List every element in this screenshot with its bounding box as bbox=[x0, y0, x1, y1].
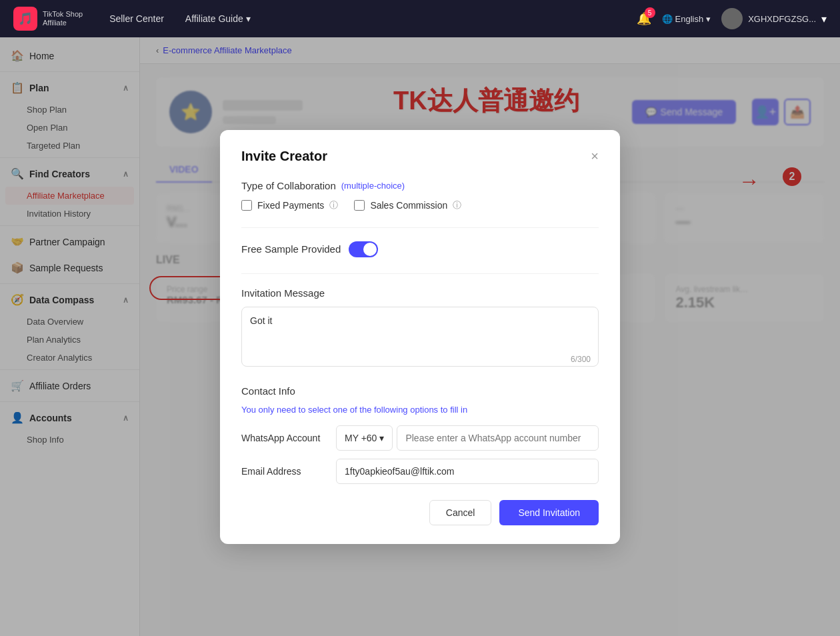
whatsapp-input-row: MY +60 ▾ bbox=[336, 425, 599, 451]
free-sample-section: Free Sample Provided bbox=[241, 241, 599, 257]
nav-links: Seller Center Affiliate Guide ▾ bbox=[109, 13, 609, 24]
modal-title: Invite Creator bbox=[241, 149, 327, 164]
nav-affiliate-guide[interactable]: Affiliate Guide ▾ bbox=[185, 13, 251, 24]
contact-info-section: Contact Info You only need to select one… bbox=[241, 385, 599, 484]
logo-icon: 🎵 bbox=[13, 7, 37, 31]
notification-bell[interactable]: 🔔 5 bbox=[637, 11, 651, 26]
invitation-message-section: Invitation Message Got it 6/300 bbox=[241, 287, 599, 369]
form-divider-2 bbox=[241, 273, 599, 274]
free-sample-toggle[interactable] bbox=[349, 241, 378, 257]
modal-footer: Cancel Send Invitation bbox=[241, 500, 599, 525]
avatar bbox=[721, 8, 743, 29]
chevron-down-icon: ▾ bbox=[379, 433, 384, 443]
whatsapp-row: WhatsApp Account MY +60 ▾ bbox=[241, 425, 599, 451]
fixed-payments-checkbox[interactable]: Fixed Payments ⓘ bbox=[241, 199, 338, 211]
send-invitation-button[interactable]: Send Invitation bbox=[499, 500, 599, 525]
logo[interactable]: 🎵 TikTok Shop Affiliate bbox=[13, 7, 83, 31]
modal-close-button[interactable]: × bbox=[591, 149, 599, 164]
modal-header: Invite Creator × bbox=[241, 149, 599, 164]
invitation-message-label: Invitation Message bbox=[241, 287, 599, 299]
invite-creator-modal: Invite Creator × Type of Collaboration (… bbox=[220, 130, 620, 544]
email-input[interactable] bbox=[336, 459, 599, 484]
notification-badge: 5 bbox=[645, 7, 655, 18]
char-count: 6/300 bbox=[571, 355, 591, 364]
contact-note: You only need to select one of the follo… bbox=[241, 405, 599, 415]
sales-commission-input[interactable] bbox=[354, 200, 365, 211]
free-sample-toggle-row: Free Sample Provided bbox=[241, 241, 599, 257]
user-menu[interactable]: XGHXDFGZSG... ▾ bbox=[721, 8, 827, 29]
username: XGHXDFGZSG... bbox=[748, 14, 816, 24]
modal-overlay: Invite Creator × Type of Collaboration (… bbox=[0, 37, 840, 636]
contact-info-label: Contact Info bbox=[241, 385, 599, 397]
fixed-payments-input[interactable] bbox=[241, 200, 252, 211]
form-divider-1 bbox=[241, 227, 599, 228]
top-navigation: 🎵 TikTok Shop Affiliate Seller Center Af… bbox=[0, 0, 840, 37]
logo-text: TikTok Shop Affiliate bbox=[43, 10, 83, 27]
sales-commission-help-icon: ⓘ bbox=[453, 199, 461, 211]
invitation-message-wrapper: Got it 6/300 bbox=[241, 307, 599, 369]
nav-seller-center[interactable]: Seller Center bbox=[109, 13, 164, 24]
language-selector[interactable]: 🌐 English ▾ bbox=[662, 14, 711, 24]
whatsapp-input[interactable] bbox=[397, 425, 599, 451]
phone-prefix-selector[interactable]: MY +60 ▾ bbox=[336, 425, 393, 451]
email-label: Email Address bbox=[241, 466, 328, 477]
sales-commission-checkbox[interactable]: Sales Commission ⓘ bbox=[354, 199, 461, 211]
email-row: Email Address bbox=[241, 459, 599, 484]
cancel-button[interactable]: Cancel bbox=[429, 500, 492, 525]
collaboration-checkboxes: Fixed Payments ⓘ Sales Commission ⓘ bbox=[241, 199, 599, 211]
invitation-message-textarea[interactable]: Got it bbox=[241, 307, 599, 367]
free-sample-label: Free Sample Provided bbox=[241, 243, 341, 255]
collaboration-section: Type of Collaboration (multiple-choice) … bbox=[241, 180, 599, 211]
fixed-payments-help-icon: ⓘ bbox=[329, 199, 338, 211]
collaboration-label: Type of Collaboration (multiple-choice) bbox=[241, 180, 599, 191]
nav-right: 🔔 5 🌐 English ▾ XGHXDFGZSG... ▾ bbox=[637, 8, 827, 29]
whatsapp-label: WhatsApp Account bbox=[241, 433, 328, 443]
